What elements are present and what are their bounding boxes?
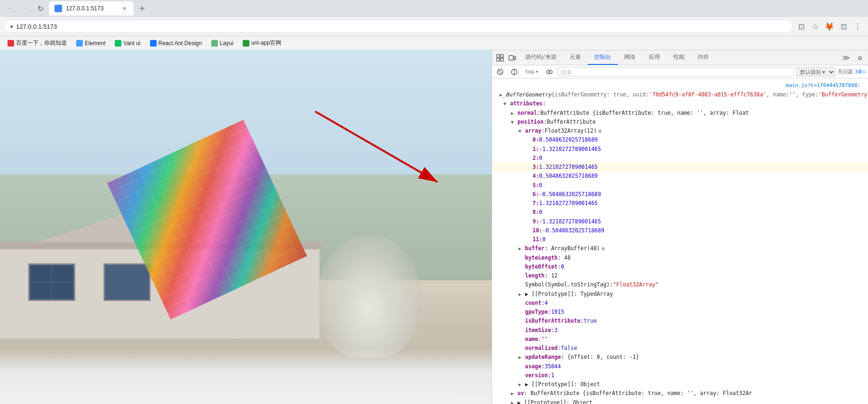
prototype-typed-array[interactable]: ▶ [[Prototype]]: TypedArray [492,290,868,299]
arr-item-4[interactable]: 4: 0.5048632025718689 [492,172,868,181]
bookmark-uniapp[interactable]: uni-app官网 [239,38,285,48]
normalized-line[interactable]: normalized : false [492,344,868,353]
symbol-line[interactable]: Symbol(Symbol.toStringTag): "Float32Arra… [492,280,868,289]
copy-buf-btn[interactable]: ⊞ [602,245,605,252]
tab-sources[interactable]: 源代码/来源 [518,50,563,65]
back-button[interactable]: ← [4,2,17,15]
proto2-tri[interactable] [518,381,525,388]
severity-select[interactable]: 默认级别 ▾ [796,67,836,77]
tab-memory[interactable]: 内存 [691,50,716,65]
snow-ground [0,348,492,404]
arr-item-3[interactable]: 3: 1.3210272789001465 [492,163,868,172]
itemsize-line[interactable]: itemSize : 3 [492,326,868,335]
buffer-geometry-line[interactable]: _BufferGeometry {isBufferGeometry: true,… [492,90,868,99]
count-line[interactable]: count : 4 [492,299,868,308]
new-tab-button[interactable]: + [135,2,149,15]
bookmark-button[interactable]: ☆ [809,20,822,33]
name-line[interactable]: name : "" [492,335,868,344]
source-link[interactable]: main.js?t=170444578709​8: [782,81,864,89]
window-right [104,263,151,301]
forward-button[interactable]: → [19,2,32,15]
arr-item-0[interactable]: 0: 0.5048632025718689 [492,135,868,144]
length-line[interactable]: length : 12 [492,271,868,280]
source-link-container: main.js?t=170444578709​8: [492,80,868,90]
browser-chrome: ← → ↻ 127.0.0.1:5173 ✕ + ● 127.0.0.1:517… [0,0,868,36]
proto1-tri[interactable] [518,291,525,298]
key-0: 0: [533,136,539,144]
prototype2-line[interactable]: ▶ [[Prototype]]: Object [492,380,868,389]
tab-application[interactable]: 应用 [642,50,667,65]
gputype-line[interactable]: gpuType : 1015 [492,308,868,317]
attributes-line[interactable]: attributes : [492,99,868,108]
cast-button[interactable]: ⊡ [795,20,808,33]
bg-name: '' [789,91,796,99]
menu-button[interactable]: ⋮ [851,20,864,33]
bookmark-vant[interactable]: Vant ui [111,39,144,48]
bytelength-line[interactable]: byteLength : 48 [492,253,868,262]
copy-array-btn[interactable]: ⊞ [598,127,601,135]
norm-colon: : [557,344,561,352]
key-5: 5: [533,182,539,190]
buffer-line[interactable]: buffer : ArrayBuffer(48) ⊞ [492,244,868,253]
tab-close-button[interactable]: ✕ [120,5,128,12]
arr-item-7[interactable]: 7: 1.3210272789001465 [492,199,868,208]
tab-elements[interactable]: 元素 [563,50,588,65]
bookmark-baidu[interactable]: 百度一下，你就知道 [4,38,71,48]
pos-key: position [518,118,543,126]
arr-item-1[interactable]: 1: -1.3210272789001465 [492,145,868,154]
tab-performance[interactable]: 性能 [667,50,691,65]
devtools-toolbar: top ▾ 默认级别 ▾ 无问题 3条∷ [492,65,868,79]
active-tab[interactable]: 127.0.0.1:5173 ✕ [49,1,134,16]
tab-network[interactable]: 网络 [618,50,642,65]
uv-tri[interactable] [511,390,518,397]
devtools-more-tabs[interactable]: ≫ [838,53,854,62]
ur-tri[interactable] [518,354,525,361]
tab-favicon [55,5,62,12]
arr-item-11[interactable]: 11: 0 [492,235,868,244]
isbufferattr-line[interactable]: isBufferAttribute : true [492,317,868,325]
devtools-settings-btn[interactable]: ⚙ [854,52,866,64]
pos-triangle[interactable] [511,119,518,126]
tab-title: 127.0.0.1:5173 [66,5,104,12]
bookmark-layui[interactable]: Layui [207,39,237,48]
bookmark-react-ant[interactable]: React Ant Design [146,39,206,48]
arr-item-2[interactable]: 2: 0 [492,154,868,163]
url-bar[interactable]: ● 127.0.0.1:5173 [4,20,793,33]
devtools-device-btn[interactable] [506,52,518,64]
array-line[interactable]: array : Float32Array(12) ⊞ [492,127,868,135]
prototype3-line[interactable]: ▶ [[Prototype]]: Object [492,398,868,404]
profile-button[interactable]: 🦊 [823,20,836,33]
arr-item-9[interactable]: 9: -1.3210272789001465 [492,217,868,226]
extensions-button[interactable]: ⊡ [837,20,850,33]
byteoffset-line[interactable]: byteOffset : 0 [492,262,868,271]
filter-btn[interactable] [508,68,520,76]
proto3-tri[interactable] [511,399,518,404]
usage-line[interactable]: usage : 35044 [492,362,868,371]
ur-val: : {offset: 0, count: -1} [561,353,639,361]
attr-triangle[interactable] [503,100,510,107]
arr-triangle[interactable] [518,127,525,135]
tab-console[interactable]: 控制台 [588,50,618,65]
devtools-inspect-btn[interactable] [494,52,506,64]
bookmark-element[interactable]: Element [72,39,109,48]
eye-btn[interactable] [543,68,556,76]
clear-console-btn[interactable] [494,68,506,76]
arr-item-6[interactable]: 6: -0.5048632025718689 [492,190,868,199]
uv-line[interactable]: uv : BufferAttribute {isBufferAttribute:… [492,389,868,398]
reload-button[interactable]: ↻ [34,2,47,15]
updaterange-line[interactable]: updateRange : {offset: 0, count: -1} [492,353,868,362]
normal-triangle[interactable] [511,110,518,117]
arr-item-8[interactable]: 8: 0 [492,208,868,217]
devtools-content[interactable]: main.js?t=170444578709​8: _BufferGeometr… [492,79,868,404]
top-context-btn[interactable]: top ▾ [522,68,542,76]
arr-item-10[interactable]: 10: -0.5048632025718689 [492,226,868,235]
val-2: 0 [539,154,542,162]
key-11: 11: [533,236,542,244]
version-line[interactable]: version : 1 [492,371,868,380]
buf-triangle[interactable] [518,245,525,252]
console-filter-input[interactable] [557,67,794,77]
normal-line[interactable]: normal : BufferAttribute {isBufferAttrib… [492,109,868,118]
ur-key: updateRange [525,353,561,361]
position-line[interactable]: position : BufferAttribute [492,118,868,127]
arr-item-5[interactable]: 5: 0 [492,181,868,190]
